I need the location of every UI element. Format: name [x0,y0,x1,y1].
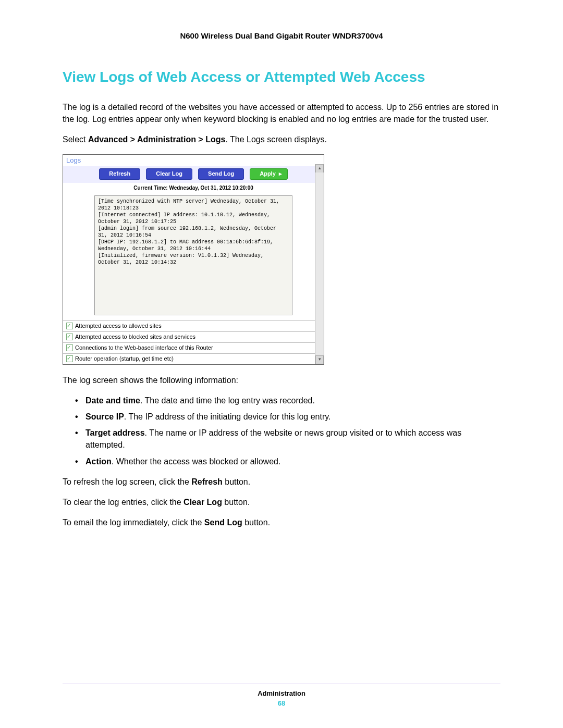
button-name-bold: Send Log [204,518,242,527]
bullet-desc: . Whether the access was blocked or allo… [112,457,281,466]
vertical-scrollbar[interactable]: ▴ ▾ [315,164,324,364]
checkbox-icon[interactable] [66,355,73,362]
text: button. [222,498,250,507]
text: To refresh the log screen, click the [63,477,191,486]
list-item: Action. Whether the access was blocked o… [75,455,500,467]
right-arrow-icon: ▸ [279,170,282,177]
bullet-term: Source IP [85,412,124,421]
check-label: Attempted access to blocked sites and se… [75,334,195,340]
check-label: Attempted access to allowed sites [75,323,162,329]
list-item: Date and time. The date and time the log… [75,394,500,406]
navline-pre: Select [63,135,88,144]
page-footer: Administration 68 [63,684,500,707]
footer-section-name: Administration [63,689,500,697]
text: To email the log immediately, click the [63,518,204,527]
clear-log-button[interactable]: Clear Log [146,168,192,180]
refresh-instruction: To refresh the log screen, click the Ref… [63,476,500,488]
check-row-3: Connections to the Web-based interface o… [63,342,324,353]
check-label: Router operation (startup, get time etc) [75,355,174,362]
scroll-up-icon[interactable]: ▴ [315,164,324,172]
nav-instruction: Select Advanced > Administration > Logs.… [63,133,500,145]
check-label: Connections to the Web-based interface o… [75,344,213,351]
send-log-button[interactable]: Send Log [198,168,244,180]
scroll-down-icon[interactable]: ▾ [315,355,324,364]
apply-label: Apply [260,170,276,177]
text: button. [223,477,250,486]
panel-title: Logs [63,155,324,167]
after-screenshot-text: The log screen shows the following infor… [63,374,500,386]
check-row-1: Attempted access to allowed sites [63,320,324,331]
list-item: Source IP. The IP address of the initiat… [75,411,500,423]
page-header: N600 Wireless Dual Band Gigabit Router W… [63,31,500,40]
text: button. [242,518,270,527]
send-instruction: To email the log immediately, click the … [63,516,500,528]
checkbox-icon[interactable] [66,344,73,351]
checkbox-icon[interactable] [66,334,73,340]
bullet-term: Target address [85,428,145,437]
bullet-term: Date and time [85,396,140,405]
current-time-label: Current Time: Wednesday, Oct 31, 2012 10… [63,183,324,195]
checkbox-icon[interactable] [66,323,73,329]
bullet-term: Action [85,457,112,466]
button-bar: Refresh Clear Log Send Log Apply▸ [63,166,324,183]
button-name-bold: Clear Log [183,498,222,507]
page-number: 68 [63,699,500,707]
footer-divider [63,684,500,684]
bullet-desc: . The IP address of the initiating devic… [124,412,331,421]
apply-button[interactable]: Apply▸ [250,168,288,180]
section-heading: View Logs of Web Access or Attempted Web… [63,69,500,85]
clear-instruction: To clear the log entries, click the Clea… [63,496,500,508]
navline-bold: Advanced > Administration > Logs [88,135,225,144]
bullet-list: Date and time. The date and time the log… [75,394,500,467]
logs-screenshot: Logs Refresh Clear Log Send Log Apply▸ C… [63,154,324,365]
button-name-bold: Refresh [191,477,223,486]
list-item: Target address. The name or IP address o… [75,427,500,451]
check-row-4: Router operation (startup, get time etc) [63,353,324,364]
log-textarea[interactable]: [Time synchronized with NTP server] Wedn… [94,195,292,315]
navline-post: . The Logs screen displays. [225,135,326,144]
check-row-2: Attempted access to blocked sites and se… [63,331,324,342]
refresh-button[interactable]: Refresh [99,168,140,180]
bullet-desc: . The date and time the log entry was re… [140,396,315,405]
intro-paragraph: The log is a detailed record of the webs… [63,101,500,125]
text: To clear the log entries, click the [63,498,183,507]
